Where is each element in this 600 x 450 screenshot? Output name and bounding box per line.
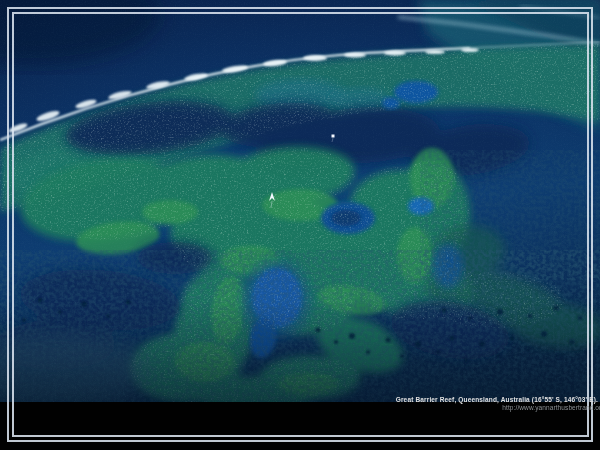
photo-grain	[0, 0, 600, 402]
wallpaper-canvas: Great Barrier Reef, Queensland, Australi…	[0, 0, 600, 450]
photo-credit-url: http://www.yannarthusbertrand.org	[396, 404, 600, 411]
photo-caption-block: Great Barrier Reef, Queensland, Australi…	[396, 396, 598, 411]
photo-caption: Great Barrier Reef, Queensland, Australi…	[396, 396, 598, 403]
reef-photo-illustration	[0, 0, 600, 402]
reef-aerial-photo	[0, 0, 600, 402]
